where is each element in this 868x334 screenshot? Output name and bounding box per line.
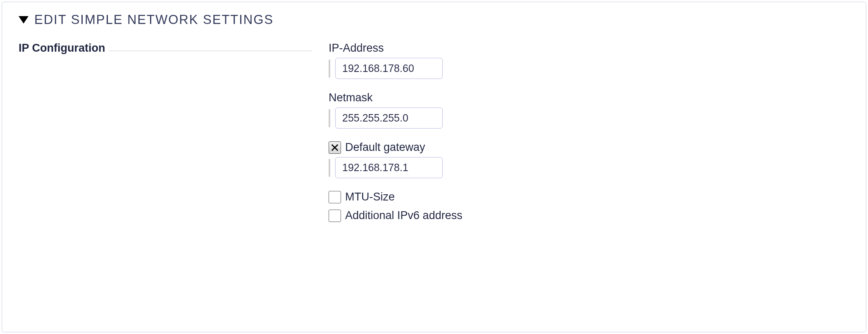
caret-down-icon bbox=[19, 16, 29, 24]
mtu-size-row: MTU-Size bbox=[329, 191, 463, 203]
netmask-input[interactable] bbox=[335, 107, 443, 129]
input-indicator-bar bbox=[329, 60, 330, 78]
default-gateway-input[interactable] bbox=[335, 157, 443, 178]
section-divider bbox=[110, 50, 312, 51]
section-label-column: IP Configuration bbox=[19, 42, 324, 55]
additional-ipv6-label: Additional IPv6 address bbox=[345, 209, 463, 222]
panel-title: EDIT SIMPLE NETWORK SETTINGS bbox=[34, 12, 274, 27]
network-settings-panel: EDIT SIMPLE NETWORK SETTINGS IP Configur… bbox=[2, 2, 866, 332]
default-gateway-label: Default gateway bbox=[345, 141, 425, 154]
content-row: IP Configuration IP-Address Netmask bbox=[19, 42, 849, 228]
additional-ipv6-row: Additional IPv6 address bbox=[329, 209, 463, 222]
default-gateway-group: Default gateway bbox=[329, 141, 463, 178]
section-label: IP Configuration bbox=[19, 42, 110, 55]
netmask-label: Netmask bbox=[329, 91, 463, 104]
ip-address-input[interactable] bbox=[335, 58, 443, 79]
ip-address-label: IP-Address bbox=[329, 42, 463, 55]
default-gateway-checkbox[interactable] bbox=[329, 141, 341, 154]
fields-column: IP-Address Netmask bbox=[324, 42, 463, 228]
input-indicator-bar bbox=[329, 109, 330, 127]
netmask-group: Netmask bbox=[329, 91, 463, 129]
additional-ipv6-checkbox[interactable] bbox=[329, 210, 341, 222]
panel-header[interactable]: EDIT SIMPLE NETWORK SETTINGS bbox=[19, 12, 849, 27]
ip-address-group: IP-Address bbox=[329, 42, 463, 79]
mtu-size-label: MTU-Size bbox=[345, 191, 395, 203]
x-mark-icon bbox=[330, 143, 339, 152]
input-indicator-bar bbox=[329, 159, 330, 177]
mtu-size-checkbox[interactable] bbox=[329, 191, 341, 203]
